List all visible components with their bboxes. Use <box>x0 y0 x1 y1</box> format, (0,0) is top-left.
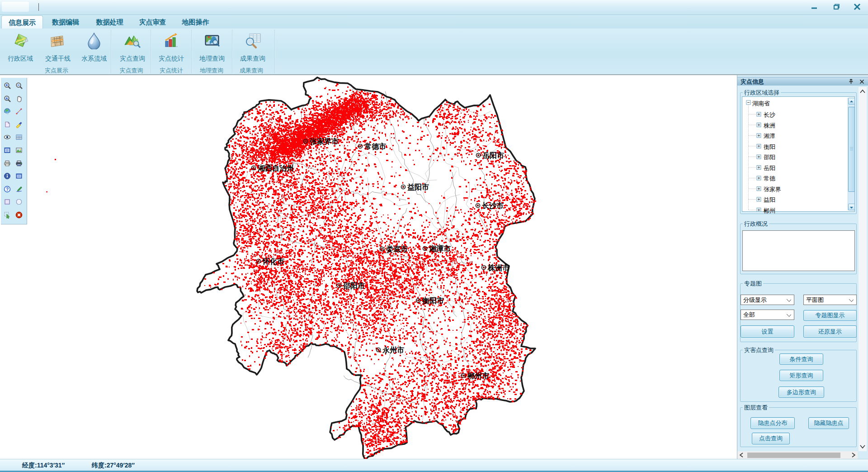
svg-text:张家界市: 张家界市 <box>309 137 339 145</box>
svg-text:永州市: 永州市 <box>382 346 404 354</box>
svg-text:?: ? <box>6 187 9 192</box>
svg-text:怀化市: 怀化市 <box>262 257 284 265</box>
svg-text:湘西自治州: 湘西自治州 <box>257 164 294 172</box>
svg-text:益阳市: 益阳市 <box>407 183 429 191</box>
svg-text:郴州市: 郴州市 <box>467 372 489 380</box>
svg-text:娄底市: 娄底市 <box>386 245 408 253</box>
svg-text:长沙市: 长沙市 <box>482 201 504 210</box>
svg-text:邵阳市: 邵阳市 <box>343 281 365 290</box>
svg-text:岳阳市: 岳阳市 <box>482 151 504 159</box>
svg-text:常德市: 常德市 <box>364 142 386 150</box>
svg-text:湘潭市: 湘潭市 <box>429 244 451 253</box>
svg-text:衡阳市: 衡阳市 <box>422 296 444 305</box>
svg-text:株洲市: 株洲市 <box>487 263 509 272</box>
